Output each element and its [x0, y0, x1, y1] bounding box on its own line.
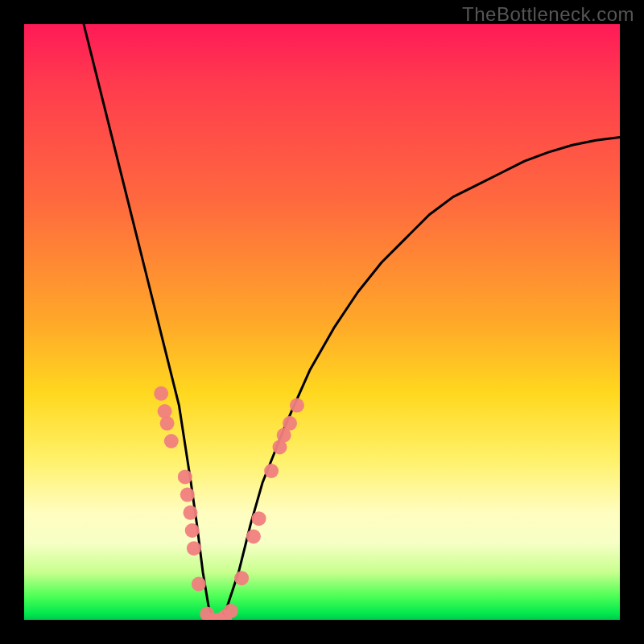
marker-point: [283, 416, 297, 431]
marker-point: [164, 434, 179, 448]
marker-point: [154, 386, 168, 401]
marker-points-group: [154, 386, 304, 620]
marker-point: [290, 398, 304, 413]
marker-point: [192, 577, 206, 592]
bottleneck-curve-line: [84, 24, 620, 620]
marker-point: [185, 523, 200, 538]
marker-point: [187, 541, 201, 555]
marker-point: [160, 416, 175, 431]
marker-point: [180, 488, 195, 502]
chart-overlay: [24, 24, 620, 620]
plot-area: [24, 24, 620, 620]
marker-point: [224, 604, 238, 618]
marker-point: [264, 464, 279, 478]
marker-point: [178, 469, 192, 484]
watermark-text: TheBottleneck.com: [462, 3, 634, 26]
marker-point: [158, 404, 172, 419]
chart-frame: TheBottleneck.com: [0, 0, 644, 644]
marker-point: [234, 571, 249, 585]
marker-point: [246, 529, 261, 543]
marker-point: [252, 511, 266, 526]
marker-point: [183, 506, 197, 520]
